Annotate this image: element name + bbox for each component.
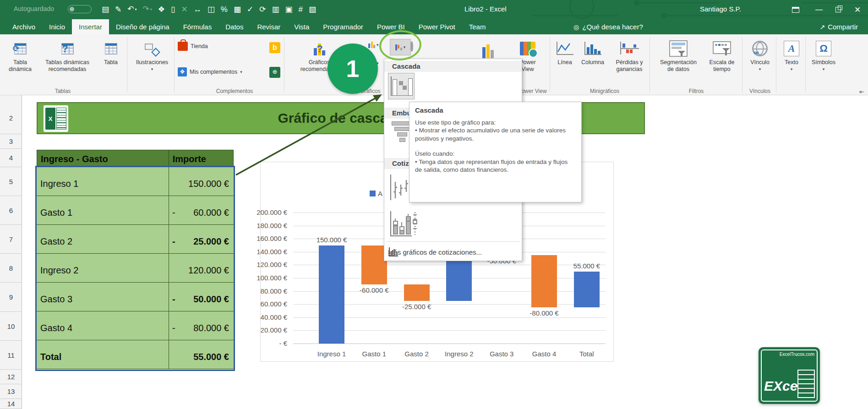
- text-button[interactable]: A Texto ▾: [779, 38, 804, 73]
- row-amount-cell[interactable]: - 80.000 €: [169, 311, 234, 340]
- row-label-cell[interactable]: Ingreso 2: [37, 254, 169, 282]
- table-row[interactable]: Total 55.000 €: [37, 340, 234, 369]
- link-button[interactable]: ∞ Vínculo ▾: [747, 38, 773, 73]
- people-graph-icon[interactable]: ⊕: [269, 67, 280, 78]
- table-icon: [97, 38, 125, 59]
- sparkline-line-label: Línea: [554, 59, 575, 66]
- row-amount-cell[interactable]: 55.000 €: [169, 340, 234, 369]
- slicer-button[interactable]: Segmentación de datos: [654, 38, 703, 73]
- sparkline-winloss-button[interactable]: Pérdidas y ganancias: [611, 38, 648, 73]
- row-header[interactable]: 8: [0, 254, 22, 283]
- tab-datos[interactable]: Datos: [218, 19, 250, 34]
- spelling-icon[interactable]: ✓: [247, 4, 253, 15]
- row-header[interactable]: 7: [0, 225, 22, 254]
- row-label-cell[interactable]: Total: [37, 340, 169, 369]
- collapse-ribbon-pin-icon[interactable]: ⇤: [859, 88, 864, 95]
- timeline-label-1: Escala de: [704, 59, 739, 66]
- row-label-cell[interactable]: Gasto 1: [37, 196, 169, 224]
- row-header[interactable]: 9: [0, 283, 22, 312]
- row-header[interactable]: 3: [0, 134, 22, 149]
- minimize-button[interactable]: —: [810, 0, 828, 19]
- print-icon[interactable]: ▦: [234, 4, 241, 15]
- row-label-cell[interactable]: Gasto 3: [37, 283, 169, 311]
- stock-candlestick-thumbnail[interactable]: [389, 210, 418, 239]
- tab-formulas[interactable]: Fórmulas: [176, 19, 219, 34]
- table-row[interactable]: Ingreso 1 150.000 €: [37, 167, 234, 196]
- table-row[interactable]: Gasto 4 - 80.000 €: [37, 311, 234, 340]
- autosave-toggle[interactable]: [68, 5, 92, 13]
- row-header[interactable]: 12: [0, 370, 22, 384]
- tab-vista[interactable]: Vista: [287, 19, 316, 34]
- row-header[interactable]: 13: [0, 384, 22, 399]
- table-row[interactable]: Gasto 1 - 60.000 €: [37, 196, 234, 225]
- row-label-cell[interactable]: Gasto 4: [37, 311, 169, 340]
- pivot-table-button[interactable]: ⟳ Tabla dinámica: [4, 38, 37, 73]
- waterfall-thumbnail[interactable]: [388, 73, 415, 99]
- sparkline-line-button[interactable]: Línea: [554, 38, 575, 66]
- row-header[interactable]: 4: [0, 149, 22, 167]
- row-amount-cell[interactable]: - 50.000 €: [169, 283, 234, 311]
- table-row[interactable]: Gasto 2 - 25.000 €: [37, 225, 234, 254]
- my-addins-button[interactable]: ❖ Mis complementos ▾: [178, 67, 242, 76]
- ribbon-display-options-icon[interactable]: [789, 0, 802, 19]
- format-painter-icon[interactable]: ❖: [158, 4, 165, 15]
- number-format-icon[interactable]: #: [299, 4, 303, 15]
- print-preview-icon[interactable]: ◫: [207, 4, 215, 15]
- row-header[interactable]: 2: [0, 102, 22, 134]
- row-amount-cell[interactable]: 150.000 €: [169, 167, 234, 196]
- tab-programador[interactable]: Programador: [316, 19, 370, 34]
- form-icon[interactable]: ▣: [285, 4, 293, 15]
- tab-diseno[interactable]: Diseño de página: [109, 19, 176, 34]
- pivot-chart-button[interactable]: [482, 44, 494, 58]
- undo-icon[interactable]: ↶: [127, 4, 136, 16]
- restore-button[interactable]: [829, 0, 847, 19]
- new-document-icon[interactable]: ▯: [171, 4, 175, 15]
- row-amount-cell[interactable]: - 25.000 €: [169, 225, 234, 253]
- tab-revisar[interactable]: Revisar: [250, 19, 287, 34]
- tell-me-search[interactable]: ◎¿Qué desea hacer?: [573, 19, 643, 34]
- tab-power-pivot[interactable]: Power Pivot: [412, 19, 462, 34]
- paste-special-icon[interactable]: ▧: [309, 4, 316, 15]
- row-header[interactable]: 14: [0, 399, 22, 409]
- row-header[interactable]: 10: [0, 312, 22, 341]
- row-label-cell[interactable]: Gasto 2: [37, 225, 169, 253]
- tooltip-bullet-1: • Mostrar el efecto acumulativo de una s…: [415, 126, 576, 142]
- table-row[interactable]: Gasto 3 - 50.000 €: [37, 283, 234, 311]
- redo-icon[interactable]: ↷: [143, 4, 152, 16]
- recommended-pivots-button[interactable]: ? Tablas dinámicas recomendadas: [38, 38, 96, 73]
- tab-team[interactable]: Team: [462, 19, 493, 34]
- bing-maps-icon[interactable]: b: [269, 42, 280, 53]
- row-amount-cell[interactable]: - 60.000 €: [169, 196, 234, 224]
- store-button[interactable]: Tienda: [178, 42, 208, 51]
- refresh-icon[interactable]: ⟳: [259, 4, 266, 15]
- more-stock-charts-item[interactable]: Más gráficos de cotizaciones...: [384, 244, 522, 260]
- timeline-button[interactable]: Escala de tiempo: [704, 38, 739, 73]
- tab-insertar[interactable]: Insertar: [72, 19, 109, 34]
- row-header[interactable]: 11: [0, 341, 22, 370]
- table-header-row[interactable]: Ingreso - Gasto Importe: [37, 150, 234, 167]
- calculate-sheet-icon[interactable]: ▥: [272, 4, 279, 15]
- table-button[interactable]: Tabla: [97, 38, 125, 66]
- table-row[interactable]: Ingreso 2 120.000 €: [37, 254, 234, 283]
- clear-filter-icon[interactable]: ✕: [181, 4, 187, 15]
- y-axis-tick-label: 180.000 €: [257, 222, 287, 229]
- percent-style-icon[interactable]: %: [221, 4, 228, 15]
- resize-window-icon[interactable]: ↔: [194, 4, 202, 15]
- column-chart-button[interactable]: ▾: [368, 42, 379, 48]
- tab-inicio[interactable]: Inicio: [42, 19, 72, 34]
- share-button[interactable]: ↗Compartir: [819, 19, 858, 34]
- sparkline-column-label: Columna: [578, 59, 607, 66]
- user-name[interactable]: Santiago S.P.: [700, 5, 741, 13]
- save-icon[interactable]: ✎: [115, 4, 121, 15]
- symbols-button[interactable]: Ω Símbolos ▾: [808, 38, 839, 73]
- illustrations-icon: [132, 38, 172, 59]
- sparkline-column-button[interactable]: Columna: [578, 38, 607, 66]
- row-amount-cell[interactable]: 120.000 €: [169, 254, 234, 282]
- row-label-cell[interactable]: Ingreso 1: [37, 167, 169, 196]
- close-button[interactable]: ✕: [848, 0, 867, 19]
- tab-archivo[interactable]: Archivo: [5, 19, 42, 34]
- row-header[interactable]: 5: [0, 167, 22, 196]
- illustrations-button[interactable]: Ilustraciones ▾: [132, 38, 172, 73]
- row-header[interactable]: 6: [0, 196, 22, 225]
- new-file-icon[interactable]: ▤: [102, 4, 109, 15]
